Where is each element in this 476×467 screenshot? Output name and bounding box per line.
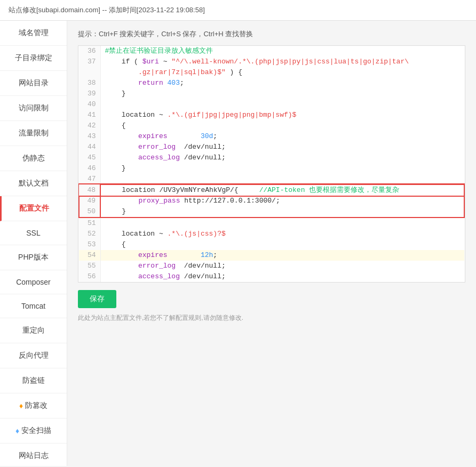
code-line: location ~ .*\.(gif|jpg|jpeg|png|bmp|swf… [100,110,464,120]
table-row-highlighted-50: 50 } [79,206,464,218]
sidebar-item-pseudo[interactable]: 伪静态 [0,146,67,171]
code-line: if ( $uri ~ "^/\.well-known/.*\.(php|jsp… [100,57,464,67]
sidebar-item-webdir[interactable]: 网站目录 [0,71,67,96]
sidebar-item-scan-label: 安全扫描 [21,426,51,436]
line-number: 44 [79,142,100,152]
line-number: 39 [79,88,100,99]
top-bar: 站点修改[subapi.domain.com] -- 添加时间[2023-11-… [0,0,476,21]
save-button[interactable]: 保存 [78,290,116,308]
sidebar-item-log[interactable]: 网站日志 [0,444,67,466]
sidebar-item-ssl[interactable]: SSL [0,221,67,245]
line-number: 37 [79,57,100,67]
code-line: location /UV3yVmNYreAhkVgP/{ //API-token… [100,184,464,196]
line-number: 43 [79,131,100,142]
line-number: 48 [79,184,100,196]
table-row: 53 { [79,239,464,250]
code-line: proxy_pass http://127.0.0.1:3000/; [100,196,464,206]
table-row: 47 [79,174,464,184]
line-number: 41 [79,110,100,120]
code-line: } [100,88,464,99]
code-table: 36 #禁止在证书验证目录放入敏感文件 37 if ( $uri ~ "^/\.… [78,46,465,282]
sidebar: 域名管理 子目录绑定 网站目录 访问限制 流量限制 伪静态 默认文档 配置文件 … [0,21,67,466]
sidebar-item-composer[interactable]: Composer [0,270,67,294]
table-row: .gz|rar|7z|sql|bak)$" ) { [79,67,464,78]
table-row-highlighted-49: 49 proxy_pass http://127.0.0.1:3000/; [79,196,464,206]
code-editor[interactable]: 36 #禁止在证书验证目录放入敏感文件 37 if ( $uri ~ "^/\.… [78,45,465,283]
code-line: return 403; [100,78,464,88]
table-row: 44 error_log /dev/null; [79,142,464,152]
line-number: 55 [79,261,100,271]
table-row: 43 expires 30d; [79,131,464,142]
code-line: expires 30d; [100,131,464,142]
table-row: 36 #禁止在证书验证目录放入敏感文件 [79,46,464,57]
line-number: 36 [79,46,100,57]
code-line [100,99,464,110]
code-line: } [100,206,464,218]
sidebar-item-domain[interactable]: 域名管理 [0,21,67,46]
code-line: location ~ .*\.(js|css)?$ [100,229,464,239]
line-number: 38 [79,78,100,88]
sidebar-item-traffic[interactable]: 流量限制 [0,121,67,146]
hint-bar: 提示：Ctrl+F 搜索关键字，Ctrl+S 保存，Ctrl+H 查找替换 [78,29,465,39]
code-line: error_log /dev/null; [100,142,464,152]
line-number: 46 [79,163,100,174]
code-line [100,174,464,184]
table-row: 56 access_log /dev/null; [79,271,464,282]
table-row: 46 } [79,163,464,174]
main-content: 提示：Ctrl+F 搜索关键字，Ctrl+S 保存，Ctrl+H 查找替换 36… [67,21,476,466]
bottom-hint: 此处为站点主配置文件,若您不了解配置规则,请勿随意修改. [78,313,465,323]
line-number: 50 [79,206,100,218]
code-line: { [100,239,464,250]
table-row: 45 access_log /dev/null; [79,152,464,163]
code-line: .gz|rar|7z|sql|bak)$" ) { [100,67,464,78]
line-number: 40 [79,99,100,110]
table-row: 40 [79,99,464,110]
sidebar-item-hotlink[interactable]: 防盗链 [0,368,67,393]
line-number: 47 [79,174,100,184]
code-line: expires 12h; [100,250,464,261]
table-row: 52 location ~ .*\.(js|css)?$ [79,229,464,239]
line-number: 56 [79,271,100,282]
code-line: } [100,163,464,174]
sidebar-item-access[interactable]: 访问限制 [0,96,67,121]
sidebar-item-tomcat[interactable]: Tomcat [0,294,67,318]
line-number: 53 [79,239,100,250]
line-number: 42 [79,120,100,131]
table-row: 37 if ( $uri ~ "^/\.well-known/.*\.(php|… [79,57,464,67]
diamond-orange-icon: ♦ [19,401,23,410]
table-row-highlighted-54: 54 expires 12h; [79,250,464,261]
table-row-highlighted-48: 48 location /UV3yVmNYreAhkVgP/{ //API-to… [79,184,464,196]
sidebar-item-redirect[interactable]: 重定向 [0,318,67,343]
sidebar-item-tamper[interactable]: ♦ 防篡改 [0,393,67,418]
line-number: 54 [79,250,100,261]
line-number: 49 [79,196,100,206]
code-line: access_log /dev/null; [100,152,464,163]
layout: 域名管理 子目录绑定 网站目录 访问限制 流量限制 伪静态 默认文档 配置文件 … [0,21,476,466]
code-line: { [100,120,464,131]
top-bar-title: 站点修改[subapi.domain.com] -- 添加时间[2023-11-… [9,5,205,15]
sidebar-item-default[interactable]: 默认文档 [0,171,67,196]
table-row: 38 return 403; [79,78,464,88]
sidebar-item-config[interactable]: 配置文件 [0,196,67,221]
table-row: 41 location ~ .*\.(gif|jpg|jpeg|png|bmp|… [79,110,464,120]
code-line: #禁止在证书验证目录放入敏感文件 [100,46,464,57]
table-row: 51 [79,218,464,229]
table-row: 55 error_log /dev/null; [79,261,464,271]
line-number [79,67,100,78]
diamond-blue-icon: ♦ [15,426,19,435]
code-line: error_log /dev/null; [100,261,464,271]
sidebar-item-scan[interactable]: ♦ 安全扫描 [0,418,67,444]
sidebar-item-subdir[interactable]: 子目录绑定 [0,46,67,71]
table-row: 42 { [79,120,464,131]
line-number: 45 [79,152,100,163]
sidebar-item-reverse[interactable]: 反向代理 [0,343,67,368]
sidebar-item-php[interactable]: PHP版本 [0,245,67,270]
table-row: 39 } [79,88,464,99]
line-number: 51 [79,218,100,229]
code-line [100,218,464,229]
sidebar-item-tamper-label: 防篡改 [25,401,47,410]
line-number: 52 [79,229,100,239]
code-line: access_log /dev/null; [100,271,464,282]
